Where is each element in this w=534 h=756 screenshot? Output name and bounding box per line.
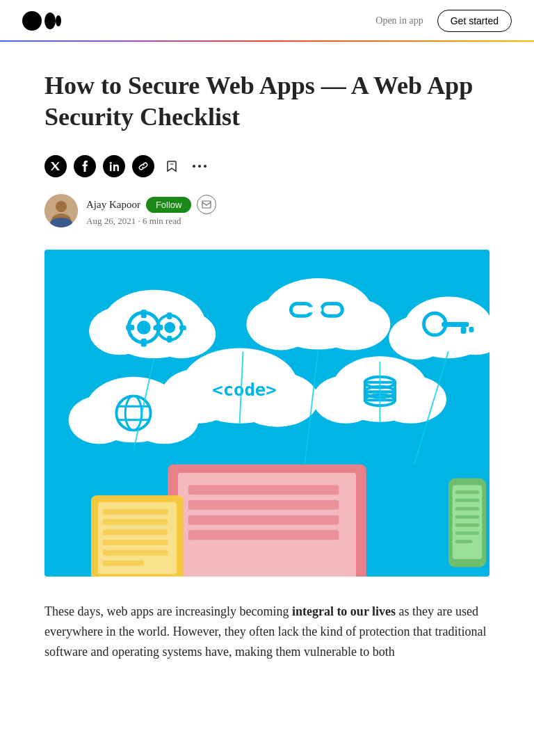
svg-point-37 [389, 316, 446, 360]
author-avatar[interactable] [44, 194, 78, 227]
link-icon [138, 161, 149, 172]
svg-point-6 [193, 165, 195, 168]
svg-point-32 [315, 298, 390, 351]
svg-rect-64 [188, 485, 339, 494]
svg-rect-82 [103, 561, 144, 566]
svg-point-71 [250, 547, 264, 561]
svg-rect-28 [154, 325, 161, 330]
svg-point-1 [44, 13, 56, 29]
svg-point-4 [109, 162, 111, 164]
article-meta: Aug 26, 2021 · 6 min read [86, 216, 216, 227]
svg-point-2 [56, 15, 61, 26]
email-icon [202, 200, 211, 209]
svg-rect-3 [110, 165, 112, 172]
hero-illustration: <code> [44, 250, 490, 577]
author-row: Ajay Kapoor Follow Aug 26, 2021 · 6 min … [44, 194, 490, 227]
svg-rect-26 [167, 312, 172, 319]
svg-rect-86 [455, 499, 479, 502]
hero-image: <code> [44, 250, 490, 577]
svg-rect-41 [461, 327, 467, 334]
svg-rect-89 [455, 524, 479, 527]
bookmark-icon [164, 159, 179, 174]
svg-rect-21 [141, 339, 147, 347]
svg-point-0 [22, 11, 42, 31]
follow-button[interactable]: Follow [146, 197, 192, 213]
medium-logo-svg [22, 10, 61, 32]
svg-rect-87 [455, 507, 479, 510]
link-share-button[interactable] [132, 155, 154, 177]
svg-point-19 [137, 321, 151, 335]
svg-point-25 [164, 322, 175, 333]
facebook-icon [81, 161, 88, 172]
email-author-button[interactable] [197, 195, 216, 214]
svg-point-8 [204, 165, 207, 168]
more-options-button[interactable] [189, 161, 210, 171]
twitter-share-button[interactable] [44, 155, 67, 177]
svg-rect-20 [141, 309, 147, 318]
svg-rect-78 [103, 520, 168, 525]
svg-rect-81 [103, 550, 168, 556]
svg-rect-91 [455, 540, 473, 543]
svg-point-70 [229, 547, 243, 561]
author-info: Ajay Kapoor Follow Aug 26, 2021 · 6 min … [86, 195, 216, 227]
svg-rect-67 [188, 530, 339, 540]
more-icon [192, 164, 207, 168]
svg-point-10 [56, 201, 67, 212]
meta-separator: · [138, 216, 140, 226]
svg-rect-90 [455, 531, 479, 535]
article-paragraph: These days, web apps are increasingly be… [44, 602, 490, 661]
svg-point-72 [270, 547, 284, 561]
svg-rect-79 [103, 529, 168, 535]
svg-rect-22 [126, 325, 134, 330]
svg-rect-85 [455, 490, 479, 494]
main-content: How to Secure Web Apps — A Web App Secur… [31, 42, 503, 689]
svg-point-68 [188, 547, 202, 561]
navbar: Open in app Get started [0, 0, 534, 42]
svg-rect-40 [442, 322, 469, 327]
svg-rect-77 [103, 509, 168, 515]
article-read-time: 6 min read [143, 216, 181, 226]
svg-rect-84 [453, 485, 482, 558]
navbar-underline [0, 40, 534, 42]
svg-point-7 [198, 165, 201, 168]
svg-rect-65 [188, 500, 339, 510]
navbar-right: Open in app Get started [375, 10, 512, 32]
article-body: These days, web apps are increasingly be… [44, 602, 490, 661]
svg-rect-35 [301, 307, 322, 312]
linkedin-icon [109, 161, 120, 171]
author-name[interactable]: Ajay Kapoor [86, 199, 140, 211]
twitter-icon [50, 161, 61, 171]
body-text-start: These days, web apps are increasingly be… [44, 604, 292, 618]
svg-rect-88 [455, 515, 479, 519]
svg-rect-80 [103, 540, 168, 545]
save-button[interactable] [161, 156, 182, 177]
svg-point-73 [291, 547, 305, 561]
svg-rect-29 [179, 325, 186, 330]
navbar-left [22, 10, 61, 32]
article-title: How to Secure Web Apps — A Web App Secur… [44, 70, 490, 133]
body-text-bold: integral to our lives [292, 604, 396, 618]
avatar-image [44, 194, 78, 227]
svg-point-69 [209, 547, 222, 561]
svg-rect-42 [469, 327, 474, 332]
article-date: Aug 26, 2021 [86, 216, 136, 226]
author-name-row: Ajay Kapoor Follow [86, 195, 216, 214]
share-row [44, 155, 490, 177]
linkedin-share-button[interactable] [103, 155, 125, 177]
svg-rect-66 [188, 515, 339, 525]
open-in-app-link[interactable]: Open in app [375, 15, 423, 26]
medium-logo[interactable] [22, 10, 61, 32]
svg-rect-13 [202, 201, 211, 208]
svg-point-31 [246, 298, 314, 351]
svg-text:<code>: <code> [212, 379, 276, 400]
get-started-button[interactable]: Get started [437, 10, 512, 32]
facebook-share-button[interactable] [74, 155, 96, 177]
svg-rect-27 [167, 336, 172, 343]
